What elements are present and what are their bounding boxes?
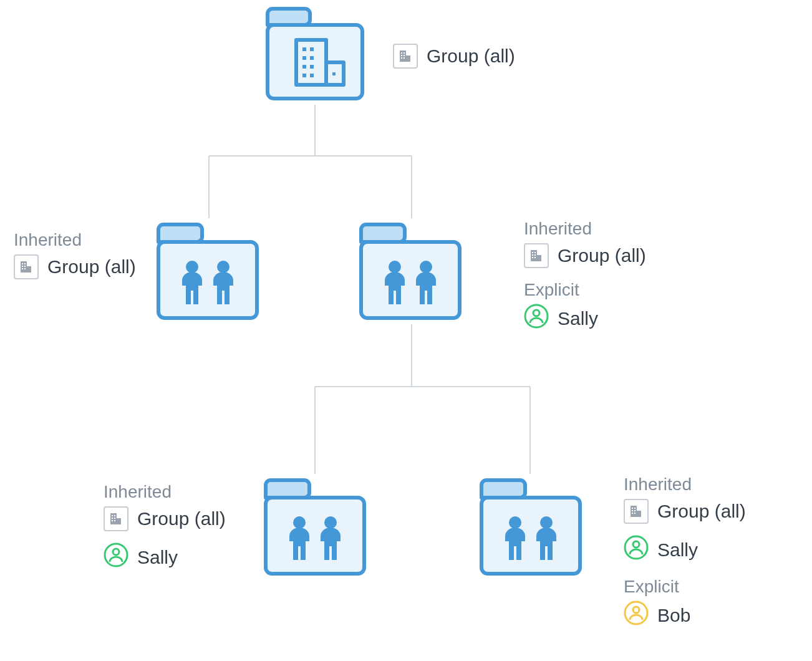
group-entry: Group (all) xyxy=(104,506,226,531)
svg-rect-32 xyxy=(27,266,31,273)
svg-rect-48 xyxy=(532,257,533,258)
building-icon xyxy=(624,499,649,524)
group-label: Group (all) xyxy=(47,256,136,278)
people-folder-icon xyxy=(473,474,589,580)
group-entry: Group (all) xyxy=(393,44,515,69)
svg-rect-60 xyxy=(114,518,115,519)
svg-rect-65 xyxy=(481,498,580,574)
group-label: Group (all) xyxy=(558,244,646,267)
svg-rect-72 xyxy=(632,510,633,511)
svg-rect-71 xyxy=(634,508,636,509)
svg-point-51 xyxy=(533,310,539,316)
people-folder-node xyxy=(473,474,589,580)
group-entry: Group (all) xyxy=(14,254,136,279)
inherited-title: Inherited xyxy=(624,474,746,495)
group-entry: Group (all) xyxy=(524,243,646,268)
svg-rect-25 xyxy=(404,55,405,56)
explicit-title: Explicit xyxy=(524,279,646,301)
svg-rect-19 xyxy=(332,72,336,75)
svg-rect-43 xyxy=(537,255,541,261)
org-folder-icon xyxy=(259,2,371,105)
explicit-title: Explicit xyxy=(624,576,746,597)
svg-rect-36 xyxy=(24,266,26,267)
svg-rect-26 xyxy=(401,57,402,59)
svg-rect-22 xyxy=(401,52,402,54)
inherited-title: Inherited xyxy=(524,218,646,239)
svg-point-29 xyxy=(186,261,198,273)
svg-rect-17 xyxy=(302,74,306,77)
inherited-title: Inherited xyxy=(104,481,226,503)
svg-rect-42 xyxy=(531,250,537,261)
user-entry: Sally xyxy=(524,304,646,334)
building-icon xyxy=(524,243,549,268)
group-label: Group (all) xyxy=(657,500,746,523)
svg-rect-39 xyxy=(361,242,460,318)
svg-rect-73 xyxy=(634,510,636,511)
user-green-icon xyxy=(524,304,549,334)
user-entry: Sally xyxy=(624,535,746,565)
people-folder-icon xyxy=(150,218,266,324)
svg-rect-61 xyxy=(112,520,113,521)
svg-rect-21 xyxy=(406,55,410,62)
svg-point-79 xyxy=(633,607,639,613)
svg-rect-34 xyxy=(24,263,26,264)
svg-rect-28 xyxy=(158,242,257,318)
svg-point-40 xyxy=(389,261,401,273)
svg-rect-16 xyxy=(310,65,314,69)
group-label: Group (all) xyxy=(427,45,515,67)
inherited-title: Inherited xyxy=(14,229,136,251)
svg-rect-44 xyxy=(532,252,533,253)
user-entry: Sally xyxy=(104,543,226,572)
diagram-canvas: Group (all) Inherited Group (all) xyxy=(0,0,812,661)
svg-rect-69 xyxy=(637,511,641,517)
group-label: Group (all) xyxy=(137,508,226,530)
svg-rect-45 xyxy=(534,252,536,253)
people-folder-node xyxy=(352,218,468,324)
mid-right-label-block: Inherited Group (all) Explicit Sally xyxy=(524,218,646,345)
svg-rect-57 xyxy=(112,515,113,516)
svg-rect-33 xyxy=(22,263,23,264)
people-folder-node xyxy=(257,474,373,580)
svg-rect-74 xyxy=(632,513,633,514)
user-green-icon xyxy=(104,543,128,572)
svg-rect-75 xyxy=(634,513,636,514)
svg-point-67 xyxy=(540,516,553,529)
svg-rect-46 xyxy=(532,254,533,256)
people-folder-node xyxy=(150,218,266,324)
svg-rect-14 xyxy=(310,56,314,60)
svg-rect-47 xyxy=(534,254,536,256)
building-icon xyxy=(104,506,128,531)
svg-rect-52 xyxy=(266,498,364,574)
svg-point-64 xyxy=(113,549,119,555)
svg-rect-56 xyxy=(117,518,121,524)
svg-rect-68 xyxy=(631,506,637,517)
svg-rect-35 xyxy=(22,266,23,267)
svg-rect-13 xyxy=(302,56,306,60)
svg-rect-38 xyxy=(24,268,26,269)
svg-rect-49 xyxy=(534,257,536,258)
svg-point-53 xyxy=(293,516,306,529)
user-entry: Bob xyxy=(624,601,746,630)
svg-point-30 xyxy=(217,261,230,273)
svg-rect-15 xyxy=(302,65,306,69)
building-icon xyxy=(14,254,39,279)
svg-rect-12 xyxy=(310,47,314,51)
org-folder-node xyxy=(259,2,371,105)
svg-rect-23 xyxy=(404,52,405,54)
svg-rect-9 xyxy=(296,40,326,85)
svg-point-66 xyxy=(509,516,521,529)
user-label: Sally xyxy=(137,546,178,569)
svg-rect-11 xyxy=(302,47,306,51)
svg-point-77 xyxy=(633,541,639,548)
svg-rect-59 xyxy=(112,518,113,519)
svg-rect-20 xyxy=(400,51,406,62)
svg-point-54 xyxy=(324,516,337,529)
svg-rect-18 xyxy=(310,74,314,77)
leaf-left-label-block: Inherited Group (all) Sally xyxy=(104,481,226,584)
people-folder-icon xyxy=(352,218,468,324)
leaf-right-label-block: Inherited Group (all) Sally Explicit Bob xyxy=(624,474,746,642)
svg-rect-58 xyxy=(114,515,115,516)
svg-point-41 xyxy=(420,261,432,273)
people-folder-icon xyxy=(257,474,373,580)
user-yellow-icon xyxy=(624,601,649,630)
